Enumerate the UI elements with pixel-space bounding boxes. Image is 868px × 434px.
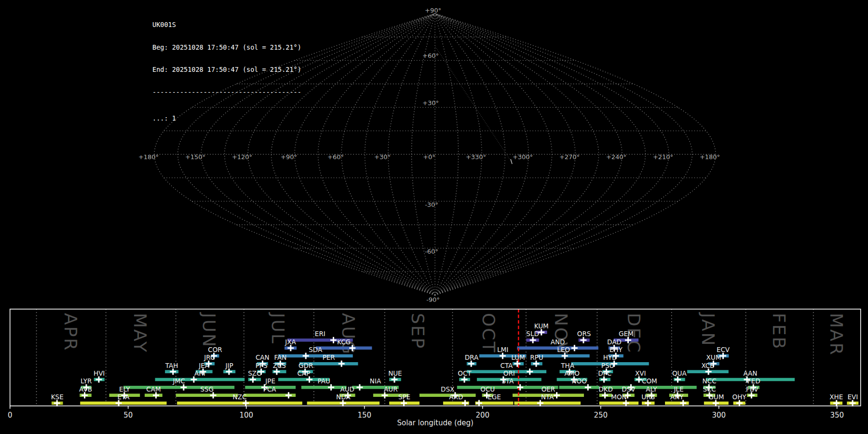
shower-label-ZCS: ZCS <box>273 362 286 369</box>
shower-label-SPE: SPE <box>398 393 410 401</box>
shower-label-JPE: JPE <box>265 377 275 385</box>
shower-label-DSV: DSV <box>622 385 636 393</box>
shower-label-DKD: DKD <box>598 385 613 393</box>
shower-label-SCC: SCC <box>703 385 716 393</box>
shower-label-CAM: CAM <box>146 385 161 393</box>
shower-label-EHY: EHY <box>610 346 623 353</box>
shower-label-AMO: AMO <box>564 369 580 377</box>
shower-label-TAH: TAH <box>165 362 178 369</box>
shower-label-DSX: DSX <box>441 385 454 393</box>
peak-marker-JXA <box>287 345 294 351</box>
month-label: JAN <box>698 312 718 347</box>
peak-marker-NOO <box>585 384 591 391</box>
shower-label-EGE: EGE <box>488 393 501 401</box>
equator-longitude-label: +270° <box>559 153 580 161</box>
peak-marker-SSG <box>210 392 217 398</box>
latitude-label: -30° <box>425 201 438 208</box>
peak-marker-TAH <box>170 368 176 375</box>
month-label: JUN <box>199 312 219 348</box>
shower-label-JXA: JXA <box>285 338 296 346</box>
peak-marker-LUM <box>514 361 520 367</box>
equator-longitude-label: +30° <box>374 153 391 161</box>
shower-label-LEO: LEO <box>557 346 570 353</box>
peak-marker-JIP <box>226 368 232 375</box>
sky-map-and-activity-plot: +180°+150°+120°+90°+60°+30°+0°+330°+300°… <box>0 0 868 434</box>
peak-marker-CAM <box>153 392 159 398</box>
month-label: SEP <box>408 313 428 350</box>
shower-label-PAU: PAU <box>317 377 330 385</box>
peak-marker-AUR <box>381 392 388 398</box>
latitude-label: +90° <box>425 7 441 14</box>
peak-marker-LMI <box>500 353 506 359</box>
month-label: FEB <box>769 313 789 350</box>
shower-label-PPS: PPS <box>256 362 268 369</box>
meridian-line <box>435 14 552 295</box>
peak-marker-ARI <box>190 377 197 383</box>
shower-label-AUR: AUR <box>384 385 398 393</box>
shower-label-HVI: HVI <box>94 369 105 377</box>
peak-marker-SZC <box>250 377 256 383</box>
shower-label-NTA: NTA <box>541 393 554 401</box>
shower-label-XUM: XUM <box>706 353 721 361</box>
peak-marker-DRA <box>468 361 475 367</box>
peak-marker-EGE <box>476 400 482 407</box>
shower-label-NCC: NCC <box>703 377 717 385</box>
shower-label-OHY: OHY <box>732 393 747 401</box>
x-tick-label: 350 <box>830 411 844 420</box>
shower-bar-KCG <box>316 346 372 350</box>
peak-marker-NTA <box>537 400 543 407</box>
shower-bar-SDA <box>278 354 353 358</box>
shower-label-PER: PER <box>323 353 335 361</box>
shower-label-ARI: ARI <box>194 369 205 377</box>
shower-label-NOO: NOO <box>571 377 586 385</box>
peak-marker-ZCS <box>273 368 280 375</box>
shower-label-FED: FED <box>747 377 760 385</box>
peak-marker-MON <box>623 400 629 407</box>
peak-marker-OCT <box>461 377 467 383</box>
peak-marker-PER <box>339 361 345 367</box>
equator-longitude-label: +210° <box>653 153 673 161</box>
shower-label-ETA: ETA <box>117 393 130 401</box>
sky-grid-labels: +180°+150°+120°+90°+60°+30°+0°+330°+300°… <box>138 7 720 303</box>
month-label: OCT <box>479 313 499 353</box>
peak-marker-ORS <box>580 337 586 343</box>
shower-bar-ARI <box>155 378 245 381</box>
shower-label-ELY: ELY <box>119 385 130 393</box>
shower-label-JIP: JIP <box>225 362 233 369</box>
peak-marker-HVI <box>95 377 102 383</box>
shower-label-THA: THA <box>560 362 574 369</box>
equator-longitude-label: +180° <box>138 153 159 161</box>
shower-bar-DSX <box>420 393 476 397</box>
peak-marker-XVI <box>636 377 642 383</box>
month-label: MAY <box>130 313 150 353</box>
equator-longitude-label: +300° <box>513 153 533 161</box>
shower-label-KUM: KUM <box>534 322 549 330</box>
x-tick-label: 50 <box>123 411 133 420</box>
meteor-trail <box>435 47 512 163</box>
peak-marker-KSE <box>54 400 60 407</box>
peak-marker-SLD <box>530 337 536 343</box>
shower-label-CAN: CAN <box>256 353 270 361</box>
shower-label-ORI: ORI <box>503 369 515 377</box>
shower-label-SDA: SDA <box>309 346 323 353</box>
shower-label-SLD: SLD <box>526 330 539 338</box>
shower-bar-NOO <box>559 386 599 389</box>
shower-label-AVB: AVB <box>79 385 92 393</box>
peak-marker-CTA <box>527 368 533 375</box>
shower-label-XVI: XVI <box>635 369 646 377</box>
equator-longitude-label: +150° <box>185 153 205 161</box>
peak-marker-AHY <box>680 400 686 407</box>
latitude-label: +60° <box>422 52 439 59</box>
shower-label-XHE: XHE <box>829 393 843 401</box>
shower-label-COR: COR <box>208 346 222 353</box>
shower-label-GDR: GDR <box>298 362 313 369</box>
equator-longitude-label: +0° <box>423 153 435 161</box>
shower-label-OCT: OCT <box>458 369 472 377</box>
peak-marker-OHY <box>736 400 743 407</box>
shower-bar-MON <box>599 402 638 405</box>
peak-marker-GUM <box>713 400 719 407</box>
x-axis: 050100150200250300350 <box>8 406 844 420</box>
peak-marker-DPC <box>601 377 607 383</box>
shower-label-JLE: JLE <box>673 385 683 393</box>
shower-bar-SSG <box>176 393 238 397</box>
